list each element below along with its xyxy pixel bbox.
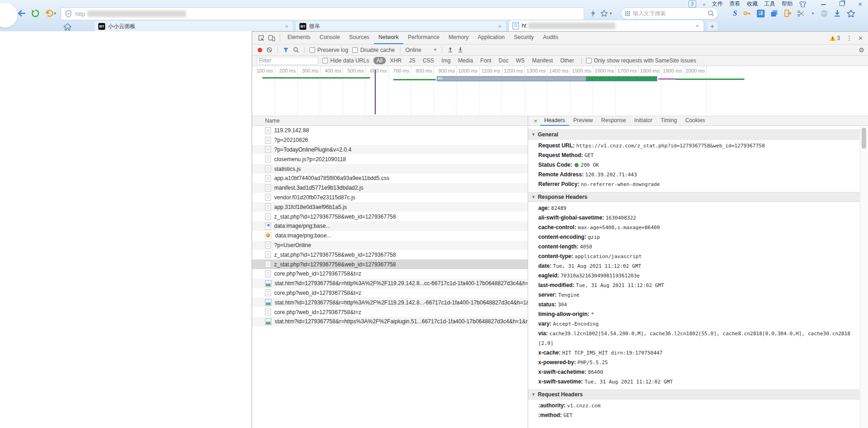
undo-dropdown-caret-icon[interactable]: ▼ <box>52 7 58 19</box>
record-button[interactable] <box>258 48 262 52</box>
more-tools-icon[interactable]: ••• <box>821 10 828 17</box>
detail-scrollbar[interactable] <box>860 126 868 428</box>
clear-button[interactable] <box>266 47 272 53</box>
console-warnings-badge[interactable]: 3 <box>829 35 840 41</box>
filter-input[interactable]: Filter <box>257 57 318 65</box>
network-overview[interactable]: 100 ms200 ms300 ms400 ms500 ms600 ms700 … <box>252 66 868 116</box>
section-header[interactable]: ▼Request Headers <box>528 389 868 400</box>
scrollbar-thumb[interactable] <box>862 128 866 149</box>
filter-pill-font[interactable]: Font <box>477 57 495 64</box>
close-detail-icon[interactable]: × <box>531 118 540 124</box>
detail-tab-headers[interactable]: Headers <box>540 116 569 126</box>
hide-data-urls-checkbox[interactable]: Hide data URLs <box>322 57 369 64</box>
name-column-header[interactable]: Name <box>252 116 528 126</box>
devtools-tab-elements[interactable]: Elements <box>283 32 315 44</box>
import-har-icon[interactable] <box>447 47 453 53</box>
filter-pill-all[interactable]: All <box>373 57 386 64</box>
filter-toggle-icon[interactable] <box>283 47 289 53</box>
section-header[interactable]: ▼Response Headers <box>528 192 868 202</box>
detail-tab-response[interactable]: Response <box>597 116 630 126</box>
request-row[interactable]: manifest.3ad1d5771e9b13dbdad2.js <box>252 183 528 193</box>
devtools-tab-audits[interactable]: Audits <box>538 32 563 44</box>
browser-tab[interactable]: BT很吊× <box>296 21 506 31</box>
devtools-tab-network[interactable]: Network <box>374 32 403 44</box>
sogou-icon[interactable]: S <box>733 9 737 17</box>
filter-pill-manifest[interactable]: Manifest <box>529 57 556 64</box>
search-icon[interactable] <box>708 10 714 17</box>
inspect-element-icon[interactable] <box>256 34 266 41</box>
search-box[interactable]: 输入文字搜索 <box>621 7 718 19</box>
overflow-chevron-icon[interactable]: » <box>703 1 705 7</box>
request-row[interactable]: core.php?web_id=1279367758&t=z <box>252 288 528 298</box>
filter-pill-css[interactable]: CSS <box>419 57 437 64</box>
detail-tab-initiator[interactable]: Initiator <box>630 116 656 126</box>
device-toolbar-icon[interactable] <box>266 34 277 41</box>
request-row[interactable]: z_stat.php?id=1279367758&web_id=12793677… <box>252 212 528 221</box>
screenshot-scissors-icon[interactable] <box>797 10 805 17</box>
detail-tab-cookies[interactable]: Cookies <box>681 116 709 126</box>
throttling-select[interactable]: Online▼ <box>406 47 437 53</box>
request-row[interactable]: ?p=UserOnline <box>252 241 528 250</box>
request-row[interactable]: data:image/png;base... <box>252 221 528 231</box>
devtools-menu-icon[interactable]: ⋮ <box>846 34 852 42</box>
request-row[interactable]: vendor.f01d20fb07e23115d87c.js <box>252 193 528 203</box>
new-tab-button[interactable]: + <box>707 22 717 30</box>
search-input[interactable]: 输入文字搜索 <box>633 10 705 17</box>
filter-pill-other[interactable]: Other <box>557 57 577 64</box>
devtools-tab-application[interactable]: Application <box>473 32 509 44</box>
request-row[interactable]: statistics.js <box>252 164 528 174</box>
address-bar[interactable]: http <box>61 7 584 20</box>
devtools-tab-sources[interactable]: Sources <box>344 32 374 44</box>
filter-pill-doc[interactable]: Doc <box>496 57 512 64</box>
request-row[interactable]: data:image/png;base... <box>252 231 528 241</box>
devtools-tab-console[interactable]: Console <box>315 32 344 44</box>
request-row[interactable]: stat.htm?id=1279367758&r=http%3A%2F%2F11… <box>252 298 528 307</box>
request-row[interactable]: core.php?web_id=1279367758&t=z <box>252 307 528 317</box>
password-key-icon[interactable] <box>743 10 751 17</box>
filter-pill-xhr[interactable]: XHR <box>387 57 405 64</box>
download-icon[interactable] <box>834 10 841 17</box>
export-har-icon[interactable] <box>457 47 463 53</box>
request-row[interactable]: stat.htm?id=1279367758&r=http%3A%2F%2F11… <box>252 279 528 288</box>
request-row[interactable]: app.a10bf74400ad785f806a93a9ee11bdd5.css <box>252 174 528 183</box>
browser-tab[interactable]: BT小小云面板× <box>95 21 293 31</box>
translate-icon[interactable]: 译 <box>757 10 765 17</box>
samesite-checkbox[interactable]: Only show requests with SameSite issues <box>586 57 696 64</box>
tab-close-icon[interactable]: × <box>497 23 502 30</box>
favorites-dropdown-caret-icon[interactable]: ▼ <box>608 7 614 19</box>
request-row[interactable]: z_stat.php?id=1279367758&web_id=12793677… <box>252 250 528 259</box>
search-requests-icon[interactable] <box>293 47 299 53</box>
devtools-tab-memory[interactable]: Memory <box>444 32 473 44</box>
detail-tab-preview[interactable]: Preview <box>569 116 597 126</box>
windows-icon[interactable] <box>771 10 778 17</box>
devtools-tab-performance[interactable]: Performance <box>403 32 444 44</box>
request-row[interactable]: 119.29.142.88 <box>252 126 528 135</box>
filter-pill-img[interactable]: Img <box>438 57 454 64</box>
scissors-dropdown-caret-icon[interactable]: ▼ <box>811 11 815 16</box>
devtools-close-icon[interactable]: × <box>858 34 862 42</box>
filter-pill-media[interactable]: Media <box>455 57 476 64</box>
exit-door-icon[interactable] <box>784 10 791 17</box>
disable-cache-checkbox[interactable]: Disable cache <box>352 47 395 53</box>
back-button[interactable] <box>16 7 28 19</box>
request-row[interactable]: closemenu.js?p=2021090118 <box>252 154 528 164</box>
tab-close-icon[interactable]: × <box>284 23 289 30</box>
tab-close-icon[interactable]: × <box>694 23 700 29</box>
request-row[interactable]: app.31fcf18e0d3aef96b1a5.js <box>252 202 528 212</box>
request-row[interactable]: z_stat.php?id=1279367758&web_id=12793677… <box>252 259 528 269</box>
filter-pill-js[interactable]: JS <box>406 57 418 64</box>
bookmark-star-icon[interactable] <box>847 10 855 17</box>
section-header[interactable]: ▼General <box>528 130 868 140</box>
request-row[interactable]: ?p=20210826 <box>252 135 528 145</box>
filter-pill-ws[interactable]: WS <box>513 57 528 64</box>
browser-tab[interactable]: ht× <box>509 20 704 31</box>
request-row[interactable]: stat.htm?id=1279367758&r=https%3A%2F%2Fa… <box>252 317 528 327</box>
request-row[interactable]: core.php?web_id=1279367758&t=z <box>252 269 528 279</box>
refresh-button[interactable] <box>29 7 41 19</box>
network-settings-gear-icon[interactable]: ⚙ <box>858 46 864 54</box>
devtools-tab-security[interactable]: Security <box>509 32 538 44</box>
preserve-log-checkbox[interactable]: Preserve log <box>310 47 348 53</box>
detail-tab-timing[interactable]: Timing <box>656 116 681 126</box>
request-row[interactable]: ?p=TodayOnlinePlugin&v=2.0.4 <box>252 145 528 155</box>
flash-icon[interactable] <box>587 7 599 19</box>
